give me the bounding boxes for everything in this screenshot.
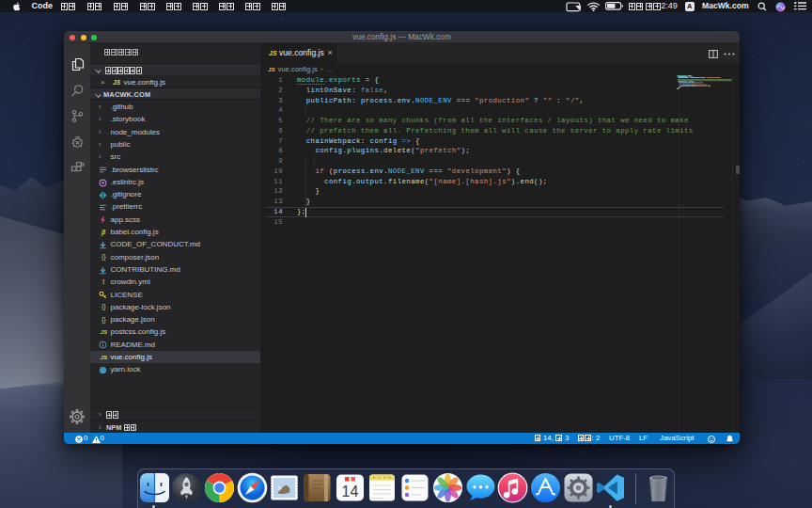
svg-text:14: 14 xyxy=(341,484,358,500)
